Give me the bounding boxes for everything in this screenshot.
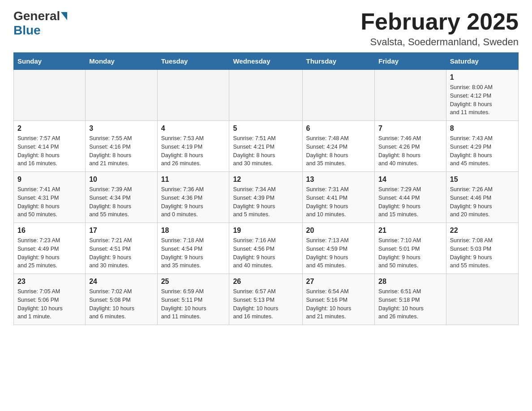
calendar-day-cell: 10Sunrise: 7:39 AMSunset: 4:34 PMDayligh… bbox=[86, 172, 157, 223]
calendar-day-cell bbox=[375, 70, 446, 121]
calendar-day-cell: 26Sunrise: 6:57 AMSunset: 5:13 PMDayligh… bbox=[229, 274, 302, 325]
day-info: Sunrise: 7:18 AMSunset: 4:54 PMDaylight:… bbox=[161, 236, 226, 270]
title-section: February 2025 Svalsta, Soedermanland, Sw… bbox=[360, 9, 519, 48]
day-number: 6 bbox=[306, 124, 371, 133]
day-info: Sunrise: 7:46 AMSunset: 4:26 PMDaylight:… bbox=[378, 134, 442, 168]
calendar-day-cell: 1Sunrise: 8:00 AMSunset: 4:12 PMDaylight… bbox=[446, 70, 518, 121]
day-number: 1 bbox=[450, 73, 515, 81]
calendar-week-row: 16Sunrise: 7:23 AMSunset: 4:49 PMDayligh… bbox=[14, 223, 519, 274]
calendar-day-cell: 3Sunrise: 7:55 AMSunset: 4:16 PMDaylight… bbox=[86, 121, 157, 172]
calendar-week-row: 23Sunrise: 7:05 AMSunset: 5:06 PMDayligh… bbox=[14, 274, 519, 325]
day-info: Sunrise: 7:34 AMSunset: 4:39 PMDaylight:… bbox=[233, 185, 298, 219]
day-info: Sunrise: 7:53 AMSunset: 4:19 PMDaylight:… bbox=[161, 134, 226, 168]
day-info: Sunrise: 7:48 AMSunset: 4:24 PMDaylight:… bbox=[306, 134, 371, 168]
calendar-day-cell: 22Sunrise: 7:08 AMSunset: 5:03 PMDayligh… bbox=[446, 223, 518, 274]
calendar-day-cell bbox=[157, 70, 229, 121]
day-number: 15 bbox=[450, 176, 515, 184]
day-number: 9 bbox=[17, 176, 82, 184]
day-number: 11 bbox=[161, 176, 226, 184]
page-header: General Blue February 2025 Svalsta, Soed… bbox=[13, 9, 519, 48]
calendar-day-cell: 15Sunrise: 7:26 AMSunset: 4:46 PMDayligh… bbox=[446, 172, 518, 223]
month-title: February 2025 bbox=[360, 9, 519, 34]
logo-arrow-icon bbox=[61, 12, 67, 20]
day-number: 20 bbox=[306, 227, 371, 235]
day-number: 7 bbox=[378, 124, 442, 133]
weekday-header-saturday: Saturday bbox=[446, 53, 518, 70]
calendar-week-row: 9Sunrise: 7:41 AMSunset: 4:31 PMDaylight… bbox=[14, 172, 519, 223]
day-info: Sunrise: 7:02 AMSunset: 5:08 PMDaylight:… bbox=[89, 287, 153, 321]
calendar-table: SundayMondayTuesdayWednesdayThursdayFrid… bbox=[13, 52, 519, 325]
logo-general-text: General bbox=[13, 9, 60, 23]
location-text: Svalsta, Soedermanland, Sweden bbox=[360, 36, 519, 48]
day-number: 22 bbox=[450, 227, 515, 235]
calendar-day-cell: 25Sunrise: 6:59 AMSunset: 5:11 PMDayligh… bbox=[157, 274, 229, 325]
day-info: Sunrise: 7:13 AMSunset: 4:59 PMDaylight:… bbox=[306, 236, 371, 270]
calendar-day-cell: 2Sunrise: 7:57 AMSunset: 4:14 PMDaylight… bbox=[14, 121, 86, 172]
day-number: 2 bbox=[17, 124, 82, 133]
calendar-day-cell bbox=[229, 70, 302, 121]
calendar-week-row: 1Sunrise: 8:00 AMSunset: 4:12 PMDaylight… bbox=[14, 70, 519, 121]
day-info: Sunrise: 7:23 AMSunset: 4:49 PMDaylight:… bbox=[17, 236, 82, 270]
day-info: Sunrise: 7:41 AMSunset: 4:31 PMDaylight:… bbox=[17, 185, 82, 219]
day-info: Sunrise: 6:51 AMSunset: 5:18 PMDaylight:… bbox=[378, 287, 442, 321]
day-number: 5 bbox=[233, 124, 298, 133]
day-info: Sunrise: 6:54 AMSunset: 5:16 PMDaylight:… bbox=[306, 287, 371, 321]
day-number: 23 bbox=[17, 278, 82, 286]
weekday-header-tuesday: Tuesday bbox=[157, 53, 229, 70]
calendar-header-row: SundayMondayTuesdayWednesdayThursdayFrid… bbox=[14, 53, 519, 70]
day-info: Sunrise: 8:00 AMSunset: 4:12 PMDaylight:… bbox=[450, 83, 515, 117]
calendar-day-cell: 16Sunrise: 7:23 AMSunset: 4:49 PMDayligh… bbox=[14, 223, 86, 274]
day-info: Sunrise: 7:51 AMSunset: 4:21 PMDaylight:… bbox=[233, 134, 298, 168]
day-number: 21 bbox=[378, 227, 442, 235]
calendar-day-cell: 19Sunrise: 7:16 AMSunset: 4:56 PMDayligh… bbox=[229, 223, 302, 274]
calendar-day-cell: 4Sunrise: 7:53 AMSunset: 4:19 PMDaylight… bbox=[157, 121, 229, 172]
calendar-day-cell: 7Sunrise: 7:46 AMSunset: 4:26 PMDaylight… bbox=[375, 121, 446, 172]
day-number: 13 bbox=[306, 176, 371, 184]
day-number: 19 bbox=[233, 227, 298, 235]
day-number: 25 bbox=[161, 278, 226, 286]
calendar-day-cell: 13Sunrise: 7:31 AMSunset: 4:41 PMDayligh… bbox=[302, 172, 375, 223]
day-info: Sunrise: 7:05 AMSunset: 5:06 PMDaylight:… bbox=[17, 287, 82, 321]
weekday-header-friday: Friday bbox=[375, 53, 446, 70]
day-info: Sunrise: 7:29 AMSunset: 4:44 PMDaylight:… bbox=[378, 185, 442, 219]
day-number: 4 bbox=[161, 124, 226, 133]
day-number: 8 bbox=[450, 124, 515, 133]
day-number: 28 bbox=[378, 278, 442, 286]
calendar-day-cell: 11Sunrise: 7:36 AMSunset: 4:36 PMDayligh… bbox=[157, 172, 229, 223]
calendar-day-cell: 9Sunrise: 7:41 AMSunset: 4:31 PMDaylight… bbox=[14, 172, 86, 223]
calendar-day-cell: 21Sunrise: 7:10 AMSunset: 5:01 PMDayligh… bbox=[375, 223, 446, 274]
day-number: 27 bbox=[306, 278, 371, 286]
day-info: Sunrise: 6:59 AMSunset: 5:11 PMDaylight:… bbox=[161, 287, 226, 321]
day-info: Sunrise: 7:43 AMSunset: 4:29 PMDaylight:… bbox=[450, 134, 515, 168]
day-info: Sunrise: 7:21 AMSunset: 4:51 PMDaylight:… bbox=[89, 236, 153, 270]
weekday-header-wednesday: Wednesday bbox=[229, 53, 302, 70]
calendar-day-cell bbox=[446, 274, 518, 325]
calendar-day-cell: 28Sunrise: 6:51 AMSunset: 5:18 PMDayligh… bbox=[375, 274, 446, 325]
weekday-header-thursday: Thursday bbox=[302, 53, 375, 70]
calendar-week-row: 2Sunrise: 7:57 AMSunset: 4:14 PMDaylight… bbox=[14, 121, 519, 172]
day-number: 24 bbox=[89, 278, 153, 286]
calendar-day-cell: 27Sunrise: 6:54 AMSunset: 5:16 PMDayligh… bbox=[302, 274, 375, 325]
calendar-day-cell: 14Sunrise: 7:29 AMSunset: 4:44 PMDayligh… bbox=[375, 172, 446, 223]
calendar-day-cell: 5Sunrise: 7:51 AMSunset: 4:21 PMDaylight… bbox=[229, 121, 302, 172]
weekday-header-monday: Monday bbox=[86, 53, 157, 70]
day-number: 26 bbox=[233, 278, 298, 286]
day-info: Sunrise: 7:31 AMSunset: 4:41 PMDaylight:… bbox=[306, 185, 371, 219]
day-info: Sunrise: 7:57 AMSunset: 4:14 PMDaylight:… bbox=[17, 134, 82, 168]
calendar-day-cell bbox=[302, 70, 375, 121]
calendar-day-cell bbox=[14, 70, 86, 121]
day-number: 10 bbox=[89, 176, 153, 184]
calendar-day-cell: 24Sunrise: 7:02 AMSunset: 5:08 PMDayligh… bbox=[86, 274, 157, 325]
logo-blue-text: Blue bbox=[13, 23, 41, 37]
day-info: Sunrise: 7:55 AMSunset: 4:16 PMDaylight:… bbox=[89, 134, 153, 168]
day-number: 3 bbox=[89, 124, 153, 133]
day-info: Sunrise: 6:57 AMSunset: 5:13 PMDaylight:… bbox=[233, 287, 298, 321]
calendar-day-cell: 17Sunrise: 7:21 AMSunset: 4:51 PMDayligh… bbox=[86, 223, 157, 274]
day-info: Sunrise: 7:36 AMSunset: 4:36 PMDaylight:… bbox=[161, 185, 226, 219]
calendar-day-cell: 23Sunrise: 7:05 AMSunset: 5:06 PMDayligh… bbox=[14, 274, 86, 325]
day-number: 12 bbox=[233, 176, 298, 184]
day-info: Sunrise: 7:10 AMSunset: 5:01 PMDaylight:… bbox=[378, 236, 442, 270]
calendar-day-cell: 18Sunrise: 7:18 AMSunset: 4:54 PMDayligh… bbox=[157, 223, 229, 274]
calendar-day-cell: 20Sunrise: 7:13 AMSunset: 4:59 PMDayligh… bbox=[302, 223, 375, 274]
day-info: Sunrise: 7:26 AMSunset: 4:46 PMDaylight:… bbox=[450, 185, 515, 219]
